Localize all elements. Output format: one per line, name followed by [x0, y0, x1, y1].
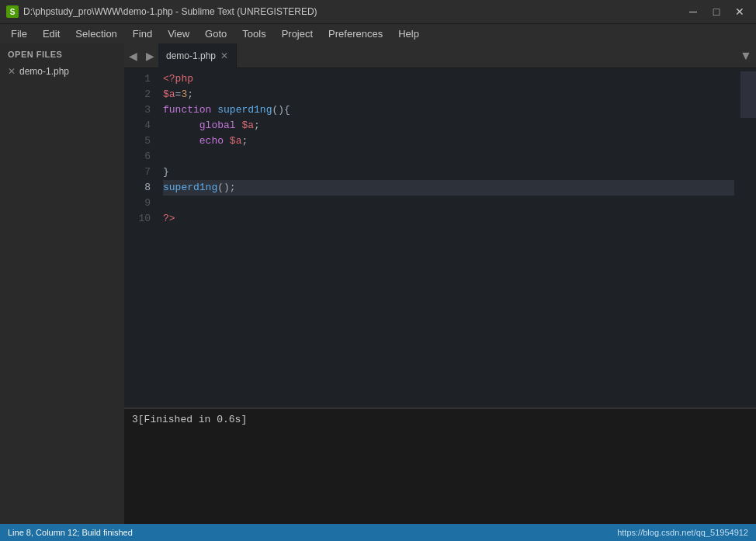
app-icon: S [6, 5, 19, 18]
main-area: OPEN FILES ✕ demo-1.php ◀ ▶ demo-1.php ✕… [0, 43, 756, 524]
output-text: 3[Finished in 0.6s] [132, 414, 247, 425]
code-line-4: global $a; [163, 118, 734, 134]
code-content[interactable]: <?php $a=3; function superd1ng(){ global… [157, 68, 740, 407]
menu-project[interactable]: Project [274, 26, 321, 43]
tab-prev-button[interactable]: ◀ [124, 43, 141, 68]
code-line-9 [163, 196, 734, 211]
code-kw-global: global [199, 118, 236, 134]
maximize-button[interactable]: □ [706, 4, 727, 19]
code-line-6 [163, 149, 734, 165]
menu-goto[interactable]: Goto [197, 26, 234, 43]
line-num-7: 7 [124, 165, 151, 180]
tab-dropdown-button[interactable]: ▼ [736, 43, 756, 68]
menu-file[interactable]: File [3, 26, 35, 43]
menu-bar: File Edit Selection Find View Goto Tools… [0, 23, 756, 43]
line-num-4: 4 [124, 118, 151, 134]
sidebar-file-item[interactable]: ✕ demo-1.php [0, 64, 124, 79]
code-var-a3: $a [230, 134, 242, 149]
minimize-button[interactable]: ─ [683, 4, 703, 19]
status-left: Line 8, Column 12; Build finished [8, 528, 617, 537]
menu-view[interactable]: View [160, 26, 197, 43]
menu-help[interactable]: Help [390, 26, 427, 43]
code-close-brace: } [163, 165, 169, 180]
status-right: https://blog.csdn.net/qq_51954912 [617, 528, 748, 537]
code-var-a: $a [163, 87, 175, 102]
line-num-8: 8 [124, 180, 151, 196]
code-line-3: function superd1ng(){ [163, 102, 734, 118]
minimap [740, 68, 756, 407]
code-kw-function: function [163, 102, 211, 118]
editor-area: ◀ ▶ demo-1.php ✕ ▼ 1 2 3 4 5 6 7 8 9 10 [124, 43, 756, 524]
code-editor[interactable]: 1 2 3 4 5 6 7 8 9 10 <?php $a=3; [124, 68, 756, 407]
line-num-1: 1 [124, 71, 151, 87]
tab-next-button[interactable]: ▶ [141, 43, 158, 68]
line-num-3: 3 [124, 102, 151, 118]
menu-selection[interactable]: Selection [68, 26, 124, 43]
sidebar-filename: demo-1.php [19, 66, 69, 77]
code-fn-name: superd1ng [217, 102, 272, 118]
code-line-1: <?php [163, 71, 734, 87]
line-num-2: 2 [124, 87, 151, 102]
code-var-a2: $a [241, 118, 254, 134]
window-controls: ─ □ ✕ [683, 4, 750, 19]
php-open-tag: <?php [163, 71, 193, 87]
file-close-icon[interactable]: ✕ [8, 66, 16, 77]
sidebar-header: OPEN FILES [0, 43, 124, 64]
line-numbers: 1 2 3 4 5 6 7 8 9 10 [124, 68, 157, 407]
menu-find[interactable]: Find [125, 26, 160, 43]
line-num-6: 6 [124, 149, 151, 165]
line-num-10: 10 [124, 211, 151, 227]
active-tab[interactable]: demo-1.php ✕ [158, 43, 237, 68]
close-button[interactable]: ✕ [730, 4, 750, 19]
code-kw-echo: echo [199, 134, 224, 149]
code-line-8: superd1ng(); [163, 180, 734, 196]
line-num-5: 5 [124, 134, 151, 149]
output-panel: 3[Finished in 0.6s] [124, 407, 756, 524]
sidebar: OPEN FILES ✕ demo-1.php [0, 43, 124, 524]
code-line-2: $a=3; [163, 87, 734, 102]
menu-tools[interactable]: Tools [234, 26, 273, 43]
php-close-tag: ?> [163, 211, 175, 227]
tab-bar: ◀ ▶ demo-1.php ✕ ▼ [124, 43, 756, 68]
code-call-fn: superd1ng [163, 180, 217, 196]
menu-edit[interactable]: Edit [35, 26, 68, 43]
code-line-10: ?> [163, 211, 734, 227]
status-bar: Line 8, Column 12; Build finished https:… [0, 524, 756, 541]
minimap-thumb [740, 71, 756, 118]
tab-label: demo-1.php [166, 50, 216, 61]
code-num-3: 3 [181, 87, 187, 102]
code-line-5: echo $a; [163, 134, 734, 149]
code-line-7: } [163, 165, 734, 180]
menu-preferences[interactable]: Preferences [321, 26, 390, 43]
tab-close-icon[interactable]: ✕ [220, 50, 228, 61]
window-title: D:\phpstudy_pro\WWW\demo-1.php - Sublime… [23, 6, 683, 17]
line-num-9: 9 [124, 196, 151, 211]
title-bar: S D:\phpstudy_pro\WWW\demo-1.php - Subli… [0, 0, 756, 23]
